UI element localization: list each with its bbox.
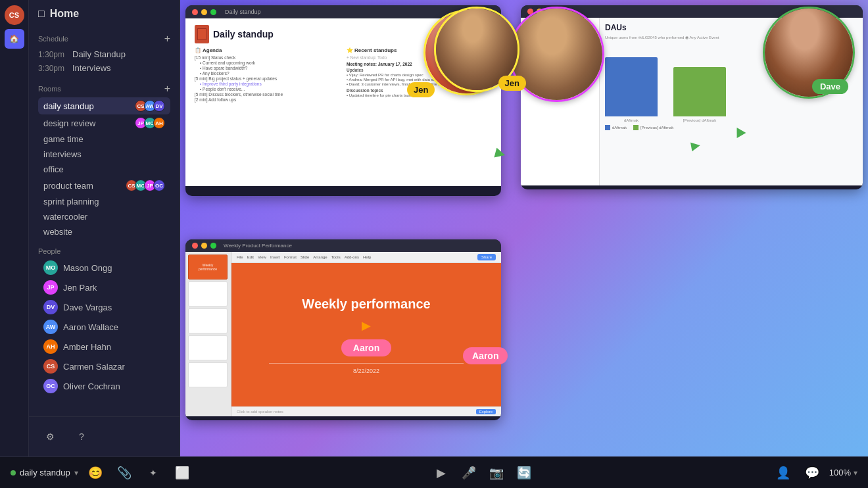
- room-item-daily-standup[interactable]: daily standup CS AW DV: [38, 97, 170, 114]
- analytics-cursor-indicator: [734, 127, 744, 136]
- people-name-jen: Jen Park: [63, 283, 97, 293]
- participant-name-aaron: Aaron: [463, 347, 508, 364]
- agenda-item: • Current and upcoming work: [200, 61, 340, 65]
- slide-thumb-5[interactable]: [188, 362, 228, 387]
- people-item-carmen[interactable]: CS Carmen Salazar: [38, 356, 170, 376]
- bar-rect-previous: [673, 67, 726, 116]
- slide-thumbnails: Weeklyperformance: [185, 252, 231, 416]
- slide-date: 8/22/2022: [269, 363, 464, 374]
- people-name-dave: Dave Vargas: [63, 303, 112, 312]
- mic-btn[interactable]: 🎤: [457, 461, 481, 485]
- zoom-control: 100% ▾: [829, 468, 857, 477]
- help-icon-btn[interactable]: ?: [70, 425, 93, 449]
- toolbar-insert[interactable]: Insert: [270, 255, 280, 259]
- chart-bar-previous: [Previous] dAftmak: [673, 67, 726, 122]
- room-avatar: OC: [153, 180, 165, 191]
- people-section: People MO Mason Ongg JP Jen Park DV Dave…: [29, 242, 180, 399]
- add-schedule-btn[interactable]: +: [164, 33, 170, 45]
- agenda-item: [15 min] Status check: [195, 55, 340, 60]
- toolbar-format[interactable]: Format: [284, 255, 297, 259]
- bottom-room-name-text: daily standup: [20, 468, 70, 477]
- room-avatar: AH: [153, 117, 165, 129]
- bar-label-previous: [Previous] dAftmak: [683, 118, 716, 122]
- add-room-btn[interactable]: +: [164, 83, 170, 95]
- schedule-section-header: Schedule +: [38, 33, 170, 45]
- people-item-aaron[interactable]: AW Aaron Wallace: [38, 317, 170, 337]
- screen-share-weekly-perf: Weekly Product Performance Weeklyperform…: [185, 239, 501, 420]
- people-name-aaron: Aaron Wallace: [63, 322, 118, 332]
- chat-btn[interactable]: 💬: [800, 461, 824, 485]
- agenda-title: 📋Agenda: [195, 47, 340, 53]
- zoom-level: 100%: [829, 468, 851, 477]
- share-btn[interactable]: Share: [477, 254, 496, 260]
- app-btn[interactable]: ✦: [141, 461, 165, 485]
- room-item-game-time[interactable]: game time: [38, 132, 170, 147]
- rooms-section-header: Rooms +: [38, 83, 170, 95]
- room-item-watercooler[interactable]: watercooler: [38, 209, 170, 224]
- window-minimize-btn-wp[interactable]: [201, 243, 207, 249]
- room-label-interviews: interviews: [43, 149, 82, 159]
- user-avatar[interactable]: CS: [5, 5, 24, 25]
- interviews-time: 3:30pm: [38, 64, 67, 73]
- people-item-amber[interactable]: AH Amber Hahn: [38, 337, 170, 356]
- window-close-btn[interactable]: [192, 9, 198, 15]
- agenda-item: • Have spare bandwidth?: [200, 66, 340, 70]
- toolbar-slide[interactable]: Slide: [301, 255, 309, 259]
- room-item-office[interactable]: office: [38, 162, 170, 177]
- chevron-down-icon[interactable]: ▾: [74, 468, 78, 477]
- schedule-item-standup[interactable]: 1:30pm Daily Standup: [38, 47, 170, 61]
- people-name-amber: Amber Hahn: [63, 342, 111, 352]
- window-maximize-btn-wp[interactable]: [210, 243, 216, 249]
- toolbar-file[interactable]: File: [237, 255, 243, 259]
- schedule-section: Schedule + 1:30pm Daily Standup 3:30pm I…: [29, 28, 180, 78]
- room-avatars-daily-standup: CS AW DV: [135, 100, 165, 112]
- main-content: Daily standup Daily standup 📋Agenda [15 …: [180, 0, 868, 456]
- slide-thumb-4[interactable]: [188, 335, 228, 360]
- slide-thumb-1[interactable]: Weeklyperformance: [188, 255, 228, 280]
- window-close-btn-wp[interactable]: [192, 243, 198, 249]
- room-item-product-team[interactable]: product team CS MO JP OC: [38, 177, 170, 194]
- toolbar-arrange[interactable]: Arrange: [313, 255, 327, 259]
- toolbar-view[interactable]: View: [258, 255, 266, 259]
- user-btn[interactable]: 👤: [771, 461, 795, 485]
- click-to-add-notes[interactable]: Click to add speaker notes: [237, 410, 283, 414]
- legend-current: dAftmak: [605, 125, 627, 130]
- people-item-dave[interactable]: DV Dave Vargas: [38, 297, 170, 317]
- slide-thumb-3[interactable]: [188, 308, 228, 333]
- people-item-jen[interactable]: JP Jen Park: [38, 278, 170, 297]
- people-item-oliver[interactable]: OC Oliver Cochran: [38, 376, 170, 396]
- slide-thumb-2[interactable]: [188, 281, 228, 306]
- room-item-sprint-planning[interactable]: sprint planning: [38, 194, 170, 209]
- home-icon-btn[interactable]: 🏠: [5, 29, 24, 49]
- weekly-perf-content: Weeklyperformance File Edit View Insert …: [185, 252, 501, 416]
- toolbar-help[interactable]: Help: [363, 255, 371, 259]
- window-minimize-btn[interactable]: [201, 9, 207, 15]
- room-item-design-review[interactable]: design review JP MO AH: [38, 114, 170, 132]
- zoom-chevron-icon[interactable]: ▾: [854, 468, 857, 477]
- people-item-mason[interactable]: MO Mason Ongg: [38, 258, 170, 278]
- toolbar-edit[interactable]: Edit: [247, 255, 254, 259]
- toolbar-addons[interactable]: Add-ons: [345, 255, 359, 259]
- people-name-oliver: Oliver Cochran: [63, 381, 120, 391]
- window-maximize-btn[interactable]: [210, 9, 216, 15]
- explore-btn[interactable]: Explore: [476, 409, 496, 414]
- play-btn[interactable]: ▶: [429, 461, 453, 485]
- room-avatars-product-team: CS MO JP OC: [126, 180, 165, 191]
- bar-label-current: dAftmak: [624, 118, 639, 122]
- bottom-bar: daily standup ▾ 😊 📎 ✦ ⬜ ▶ 🎤 📷 🔄 👤 💬 100%…: [0, 456, 868, 488]
- room-item-interviews[interactable]: interviews: [38, 147, 170, 162]
- attachment-btn[interactable]: 📎: [112, 461, 136, 485]
- room-item-website[interactable]: website: [38, 224, 170, 239]
- video-btn[interactable]: 📷: [485, 461, 508, 485]
- toolbar-tools[interactable]: Tools: [331, 255, 341, 259]
- weekly-perf-title-bar: Weekly Product Performance: [224, 243, 292, 249]
- sync-btn[interactable]: 🔄: [512, 461, 536, 485]
- settings-icon-btn[interactable]: ⚙: [38, 425, 62, 449]
- daily-standup-heading: Daily standup: [213, 29, 274, 39]
- schedule-item-interviews[interactable]: 3:30pm Interviews: [38, 61, 170, 75]
- people-section-header: People: [38, 247, 170, 255]
- standup-label: Daily Standup: [72, 49, 126, 59]
- record-btn[interactable]: ⬜: [170, 461, 194, 485]
- people-avatar-amber: AH: [43, 339, 58, 354]
- emoji-btn[interactable]: 😊: [84, 461, 107, 485]
